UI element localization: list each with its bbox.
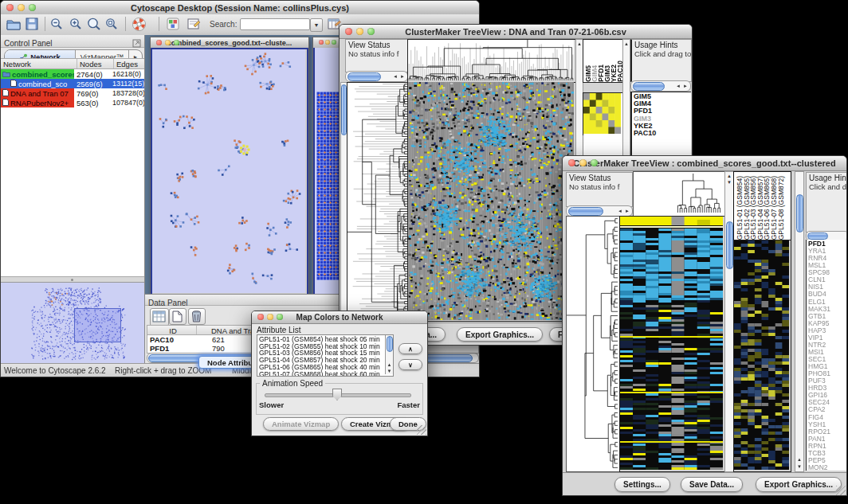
view-status-scrollbar[interactable]: ◄► xyxy=(566,205,633,217)
view-status-scrollbar[interactable]: ◄► xyxy=(345,71,408,82)
main-titlebar[interactable]: Cytoscape Desktop (Session Name: collins… xyxy=(1,1,479,15)
column-label[interactable]: GPL51-08 (GSM872) xyxy=(778,176,785,240)
file-icon xyxy=(10,80,17,88)
search-label: Search: xyxy=(210,20,237,29)
file-icon xyxy=(2,99,9,107)
create-attribute-icon[interactable] xyxy=(169,308,186,325)
treeview1-titlebar[interactable]: ClusterMaker TreeView : DNA and Tran 07-… xyxy=(340,25,692,39)
status-hint-zoom: Right-click + drag to ZOOM xyxy=(115,366,211,375)
resize-grip[interactable] xyxy=(417,425,426,435)
main-window-title: Cytoscape Desktop (Session Name: collins… xyxy=(1,3,479,13)
map-colors-dialog: Map Colors to Network Attribute List GPL… xyxy=(251,311,428,436)
dialog-titlebar[interactable]: Map Colors to Network xyxy=(252,311,427,324)
zoom-out-icon[interactable] xyxy=(50,18,64,34)
attribute-listbox[interactable]: GPL51-01 (GSM854) heat shock 05 minGPL51… xyxy=(257,334,394,377)
network-table: Network Nodes Edges combined_scores_ 276… xyxy=(1,58,144,277)
row-dendrogram[interactable] xyxy=(566,216,620,472)
table-row[interactable]: combined_scores_ 2764(0) 16218(0) xyxy=(1,69,144,79)
plugin-manager-icon[interactable] xyxy=(167,18,179,33)
screen: Cytoscape Desktop (Session Name: collins… xyxy=(0,0,848,504)
close-icon[interactable] xyxy=(319,40,324,45)
minimize-icon[interactable] xyxy=(267,314,273,320)
zoom-window-icon[interactable] xyxy=(29,4,36,11)
col-header-nodes[interactable]: Nodes xyxy=(77,59,114,68)
animation-speed-label: Animation Speed xyxy=(260,379,325,388)
save-data-button[interactable]: Save Data... xyxy=(681,477,743,492)
col-header-id[interactable]: ID xyxy=(147,326,197,334)
table-row-selected[interactable]: combined_sco 2569(6) 13112(15) xyxy=(1,79,144,88)
table-row[interactable]: RNAPuberNov2+ 563(0) 107847(0) xyxy=(1,98,144,107)
control-panel: Control Panel Network VizMapper™ ► Netwo… xyxy=(1,35,145,363)
treeview2-buttonbar: Settings... Save Data... Export Graphics… xyxy=(563,472,846,496)
status-welcome: Welcome to Cytoscape 2.6.2 xyxy=(4,366,106,375)
table-row[interactable]: DNA and Tran 07 769(0) 183728(0) xyxy=(1,88,144,98)
zoom-window-icon[interactable] xyxy=(591,159,598,166)
heatmap-canvas[interactable] xyxy=(619,216,725,472)
delete-attribute-icon[interactable] xyxy=(188,308,206,325)
view-status-panel: View Status No status info f xyxy=(566,172,633,207)
minimize-icon[interactable] xyxy=(165,40,171,45)
zoom-in-icon[interactable] xyxy=(69,18,83,34)
treeview2-titlebar[interactable]: ClusterMaker TreeView : combined_scores_… xyxy=(563,156,846,171)
data-panel-title: Data Panel xyxy=(145,299,187,307)
zoom-selected-icon[interactable] xyxy=(87,18,102,34)
global-heatmap-canvas[interactable] xyxy=(733,240,791,472)
traffic-lights xyxy=(319,40,336,45)
col-header-edges[interactable]: Edges xyxy=(114,59,144,68)
column-labels-block: GPL51-01 (GSM854)GPL51-02 (GSM855)GPL51-… xyxy=(733,171,791,240)
help-icon[interactable] xyxy=(132,17,147,35)
close-icon[interactable] xyxy=(156,40,162,45)
zoom-matrix[interactable] xyxy=(583,92,623,136)
annotation-icon[interactable] xyxy=(187,18,201,33)
minimize-icon[interactable] xyxy=(579,159,587,166)
traffic-lights xyxy=(156,40,179,45)
network-view-titlebar[interactable]: combined_scores_good.txt--cluste... xyxy=(151,37,308,49)
control-panel-title: Control Panel xyxy=(1,39,53,48)
zoom-fit-icon[interactable] xyxy=(105,18,119,34)
zoom-window-icon[interactable] xyxy=(332,40,336,45)
zoom-window-icon[interactable] xyxy=(367,28,375,35)
search-dropdown[interactable]: ▼ xyxy=(310,18,323,32)
attribute-item[interactable]: GPL51-07 (GSM868) heat shock 60 min xyxy=(257,371,393,377)
birdseye-view[interactable] xyxy=(1,282,144,364)
network-canvas[interactable] xyxy=(152,49,305,293)
attribute-list-scrollbar[interactable]: ▲▼ xyxy=(385,335,393,374)
move-up-button[interactable]: ∧ xyxy=(398,343,422,354)
column-dendrogram[interactable] xyxy=(633,171,725,217)
row-dendrogram[interactable] xyxy=(347,82,407,322)
usage-hints-panel: Usage Hints Click and drag to xyxy=(806,172,847,232)
traffic-lights xyxy=(568,159,598,166)
gene-labels-list: PFD1YRA1RNR4MSL1SPC98CLN1NIS1BUD4ELG1MAK… xyxy=(806,240,847,471)
right-vscrollbar[interactable]: ▲▼ xyxy=(795,171,804,472)
traffic-lights xyxy=(6,4,36,11)
traffic-lights xyxy=(345,28,375,35)
minimize-icon[interactable] xyxy=(356,28,363,35)
resize-grip[interactable] xyxy=(836,486,846,495)
minimize-icon[interactable] xyxy=(325,40,330,45)
gene-label[interactable]: MON2 xyxy=(807,464,847,471)
close-icon[interactable] xyxy=(6,4,14,11)
zoom-window-icon[interactable] xyxy=(174,40,179,45)
close-icon[interactable] xyxy=(568,159,575,166)
zoom-window-icon[interactable] xyxy=(277,314,283,320)
usage-hints-scrollbar[interactable]: ◄► xyxy=(630,80,691,92)
search-input[interactable] xyxy=(240,18,310,30)
heatmap-canvas[interactable] xyxy=(407,82,576,322)
move-down-button[interactable]: ∨ xyxy=(398,359,422,370)
export-graphics-button[interactable]: Export Graphics... xyxy=(457,327,543,342)
col-header-network[interactable]: Network xyxy=(1,59,77,68)
save-icon[interactable] xyxy=(26,18,38,33)
close-icon[interactable] xyxy=(257,314,264,320)
view-status-panel: View Status No status info f xyxy=(345,39,408,72)
row-label[interactable]: PAC10 xyxy=(632,130,691,137)
open-folder-icon[interactable] xyxy=(6,18,21,33)
network-view-window: combined_scores_good.txt--cluste... xyxy=(150,37,309,297)
animate-vizmap-button[interactable]: Animate Vizmap xyxy=(263,417,339,431)
column-dendrogram[interactable] xyxy=(407,39,576,83)
close-icon[interactable] xyxy=(345,28,352,35)
minimize-icon[interactable] xyxy=(18,4,25,11)
folder-icon xyxy=(2,70,10,79)
select-attributes-icon[interactable] xyxy=(150,308,169,326)
export-graphics-button[interactable]: Export Graphics... xyxy=(756,477,842,492)
settings-button[interactable]: Settings... xyxy=(614,477,670,492)
